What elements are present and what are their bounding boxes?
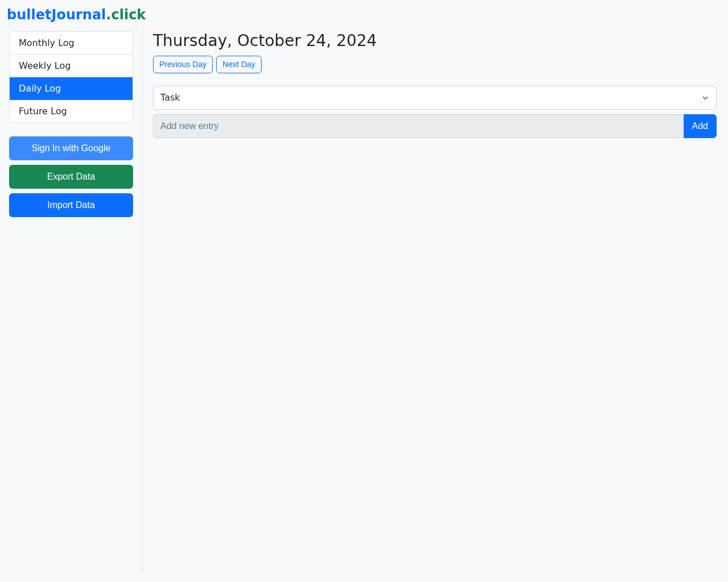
nav-item-label: Weekly Log [19,60,71,71]
add-entry-button[interactable]: Add [684,114,717,138]
entry-type-select-wrap: Task [153,86,717,110]
signin-google-button[interactable]: Sign In with Google [9,136,133,160]
sidebar-actions: Sign In with Google Export Data Import D… [9,136,133,217]
nav-item-weekly-log[interactable]: Weekly Log [10,55,133,77]
nav-list: Monthly Log Weekly Log Daily Log Future … [9,31,133,123]
next-day-button[interactable]: Next Day [216,56,262,73]
sidebar: Monthly Log Weekly Log Daily Log Future … [7,28,135,573]
new-entry-input[interactable] [153,114,684,138]
logo-part1: bulletJournal [7,7,106,23]
nav-item-label: Future Log [19,106,67,117]
main-content: Thursday, October 24, 2024 Previous Day … [142,28,721,573]
export-data-button[interactable]: Export Data [9,165,133,189]
previous-day-button[interactable]: Previous Day [153,56,213,73]
nav-item-daily-log[interactable]: Daily Log [10,77,133,100]
import-data-button[interactable]: Import Data [9,193,133,217]
app-logo[interactable]: bulletJournal.click [7,7,721,23]
entry-type-select[interactable]: Task [153,86,717,110]
page-title: Thursday, October 24, 2024 [153,31,717,51]
nav-item-future-log[interactable]: Future Log [10,100,133,122]
entry-input-group: Add [153,114,717,138]
entry-form: Task Add [153,86,717,138]
nav-item-label: Daily Log [19,83,61,94]
nav-item-label: Monthly Log [19,38,75,48]
day-navigation: Previous Day Next Day [153,56,717,73]
nav-item-monthly-log[interactable]: Monthly Log [10,32,133,55]
logo-part2: .click [106,7,146,23]
